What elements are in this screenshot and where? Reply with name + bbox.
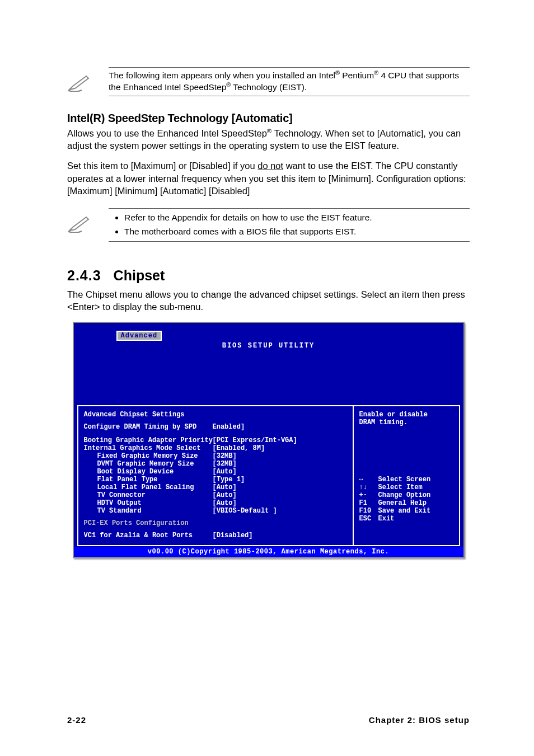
bios-value: [Disabled] (213, 532, 253, 539)
bios-row-vc1[interactable]: VC1 for Azalia & Root Ports[Disabled] (84, 532, 347, 539)
key-f10: F10 (359, 507, 378, 515)
para-2-underline: do not (257, 161, 283, 171)
bios-label: TV Connector (84, 491, 213, 499)
bios-help-1: Enable or disable (359, 411, 453, 419)
bios-footer: v00.00 (C)Copyright 1985-2003, American … (74, 547, 463, 557)
key-pm-icon: +- (359, 491, 378, 499)
note-block-1: The following item appears only when you… (67, 67, 470, 96)
key-desc: Exit (378, 515, 395, 523)
option-heading: Intel(R) SpeedStep Technology [Automatic… (67, 112, 470, 125)
para-2-a: Set this item to [Maximum] or [Disabled]… (67, 161, 257, 171)
bios-value: [Auto] (213, 499, 237, 507)
reg-mark: ® (374, 69, 378, 76)
bios-row-flatpanel[interactable]: Flat Panel Type[Type 1] (84, 476, 347, 483)
page-number: 2-22 (67, 715, 86, 725)
bios-label: VC1 for Azalia & Root Ports (84, 532, 213, 539)
bios-keyhelp: ↔Select Screen ↑↓Select Item +-Change Op… (359, 476, 453, 523)
key-desc: Select Screen (378, 476, 431, 483)
note-block-2: Refer to the Appendix for details on how… (67, 208, 470, 242)
bios-row-pciex[interactable]: PCI-EX Ports Configuration (84, 519, 347, 527)
bios-row-fgms[interactable]: Fixed Graphic Memory Size[32MB] (84, 452, 347, 460)
bios-value: [32MB] (213, 460, 237, 468)
bios-left-panel[interactable]: Advanced Chipset Settings Configure DRAM… (78, 406, 353, 545)
para-1: Allows you to use the Enhanced Intel Spe… (67, 127, 470, 152)
bios-window: BIOS SETUP UTILITY Advanced Advanced Chi… (73, 322, 465, 558)
bios-tab-advanced[interactable]: Advanced (116, 331, 162, 341)
bios-left-heading: Advanced Chipset Settings (84, 411, 347, 419)
bios-key-row: +-Change Option (359, 491, 453, 499)
section-heading: 2.4.3Chipset (67, 267, 470, 284)
bios-value: [VBIOS-Default ] (213, 507, 277, 515)
key-desc: Save and Exit (378, 507, 431, 515)
bios-label: HDTV Output (84, 499, 213, 507)
bios-row-bootdisp[interactable]: Boot Display Device[Auto] (84, 468, 347, 476)
bios-titlebar: BIOS SETUP UTILITY Advanced (74, 323, 463, 405)
note-2-bullet-1: Refer to the Appendix for details on how… (124, 211, 470, 225)
note-1-d: Technology (EIST). (231, 82, 307, 92)
key-desc: Change Option (378, 491, 431, 499)
bios-label: Flat Panel Type (84, 476, 213, 483)
bios-frame: Advanced Chipset Settings Configure DRAM… (77, 405, 460, 546)
page-footer: 2-22 Chapter 2: BIOS setup (67, 715, 470, 725)
bios-label: Booting Graphic Adapter Priority (84, 436, 213, 444)
reg-mark: ® (335, 69, 340, 76)
note-2-bullet-2: The motherboard comes with a BIOS file t… (124, 225, 470, 239)
bios-label: PCI-EX Ports Configuration (84, 519, 213, 527)
bios-value: [PCI Express/Int-VGA] (213, 436, 297, 444)
bios-value: [Enabled, 8M] (213, 444, 265, 452)
bios-key-row: F1General Help (359, 499, 453, 507)
bios-key-row: ESCExit (359, 515, 453, 523)
bios-value: [32MB] (213, 452, 237, 460)
key-f1: F1 (359, 499, 378, 507)
chapter-label: Chapter 2: BIOS setup (369, 715, 470, 725)
bios-row-boot-gap[interactable]: Booting Graphic Adapter Priority[PCI Exp… (84, 436, 347, 444)
bios-title: BIOS SETUP UTILITY (74, 341, 463, 350)
key-desc: Select Item (378, 483, 423, 491)
bios-label: TV Standard (84, 507, 213, 515)
bios-value: [Auto] (213, 491, 237, 499)
para-1-a: Allows you to use the Enhanced Intel Spe… (67, 128, 267, 138)
bios-label: Local Flat Panel Scaling (84, 483, 213, 491)
note-2-body: Refer to the Appendix for details on how… (109, 208, 470, 242)
pencil-note-icon (67, 208, 95, 242)
key-lr-icon: ↔ (359, 476, 378, 483)
bios-label: Boot Display Device (84, 468, 213, 476)
bios-label: Internal Graphics Mode Select (84, 444, 213, 452)
note-1-b: Pentium (340, 71, 374, 80)
bios-value: Enabled] (213, 423, 245, 431)
bios-value: [Auto] (213, 483, 237, 491)
key-ud-icon: ↑↓ (359, 483, 378, 491)
bios-key-row: ↑↓Select Item (359, 483, 453, 491)
section-title: Chipset (114, 267, 165, 283)
bios-row-igms[interactable]: Internal Graphics Mode Select[Enabled, 8… (84, 444, 347, 452)
bios-row-localflat[interactable]: Local Flat Panel Scaling[Auto] (84, 483, 347, 491)
bios-label: DVMT Graphic Memory Size (84, 460, 213, 468)
note-1-a: The following item appears only when you… (109, 71, 335, 80)
bios-value: [Type 1] (213, 476, 245, 483)
bios-row-tvstd[interactable]: TV Standard[VBIOS-Default ] (84, 507, 347, 515)
section-para: The Chipset menu allows you to change th… (67, 288, 470, 313)
para-2: Set this item to [Maximum] or [Disabled]… (67, 159, 470, 197)
bios-help-2: DRAM timing. (359, 419, 453, 426)
bios-row-dram[interactable]: Configure DRAM Timing by SPDEnabled] (84, 423, 347, 431)
key-esc: ESC (359, 515, 378, 523)
key-desc: General Help (378, 499, 427, 507)
section-number: 2.4.3 (67, 267, 101, 283)
bios-help-panel: Enable or disable DRAM timing. ↔Select S… (353, 406, 459, 545)
bios-label: Configure DRAM Timing by SPD (84, 423, 213, 431)
bios-key-row: ↔Select Screen (359, 476, 453, 483)
bios-label: Fixed Graphic Memory Size (84, 452, 213, 460)
pencil-note-icon (67, 67, 95, 96)
bios-row-dvmt[interactable]: DVMT Graphic Memory Size[32MB] (84, 460, 347, 468)
bios-value: [Auto] (213, 468, 237, 476)
bios-row-tvconn[interactable]: TV Connector[Auto] (84, 491, 347, 499)
bios-row-hdtv[interactable]: HDTV Output[Auto] (84, 499, 347, 507)
note-1-text: The following item appears only when you… (109, 67, 470, 96)
bios-key-row: F10Save and Exit (359, 507, 453, 515)
